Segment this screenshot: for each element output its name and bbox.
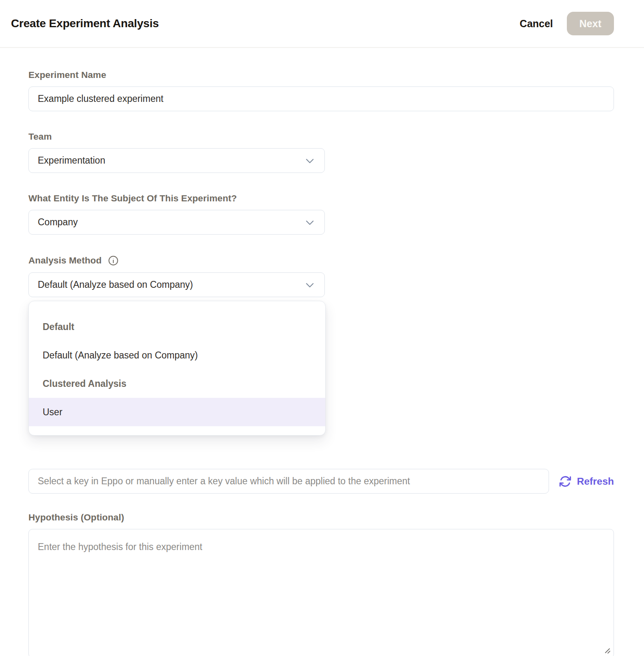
experiment-name-input[interactable] [28,86,614,111]
header: Create Experiment Analysis Cancel Next [0,0,644,48]
team-label: Team [28,132,614,142]
cluster-key-row: Refresh [28,469,614,494]
dropdown-group-label: Default [29,313,325,341]
entity-label: What Entity Is The Subject Of This Exper… [28,193,614,204]
next-button[interactable]: Next [567,12,614,35]
hypothesis-field: Hypothesis (Optional) [28,512,614,656]
refresh-button[interactable]: Refresh [559,475,614,488]
refresh-icon [559,475,572,488]
analysis-method-dropdown: DefaultDefault (Analyze based on Company… [28,301,326,436]
cancel-button[interactable]: Cancel [520,18,553,30]
info-icon[interactable] [108,255,119,266]
experiment-name-label: Experiment Name [28,70,614,80]
entity-select[interactable]: Company [28,210,325,235]
analysis-method-field: Analysis Method Default (Analyze based o… [28,255,614,436]
entity-field: What Entity Is The Subject Of This Exper… [28,193,614,235]
analysis-method-select-value: Default (Analyze based on Company) [38,279,193,290]
resize-handle-icon[interactable] [603,646,611,654]
team-field: Team Experimentation [28,132,614,173]
analysis-method-select[interactable]: Default (Analyze based on Company) [28,272,325,297]
dropdown-group-label: Clustered Analysis [29,369,325,398]
hypothesis-textarea-wrap [28,529,614,656]
hypothesis-label: Hypothesis (Optional) [28,512,614,523]
team-select-value: Experimentation [38,155,105,166]
page-title: Create Experiment Analysis [11,17,159,30]
chevron-down-icon [304,279,316,291]
experiment-name-field: Experiment Name [28,70,614,111]
analysis-method-label: Analysis Method [28,255,102,266]
dropdown-option[interactable]: User [29,398,325,426]
cluster-key-input[interactable] [28,469,549,494]
chevron-down-icon [304,155,316,166]
entity-select-value: Company [38,217,78,228]
hypothesis-textarea[interactable] [28,529,614,656]
chevron-down-icon [304,217,316,228]
header-actions: Cancel Next [520,12,614,35]
refresh-label: Refresh [577,476,614,487]
dropdown-option[interactable]: Default (Analyze based on Company) [29,341,325,369]
create-experiment-form: Experiment Name Team Experimentation Wha… [0,48,644,656]
analysis-method-label-row: Analysis Method [28,255,614,266]
team-select[interactable]: Experimentation [28,148,325,173]
